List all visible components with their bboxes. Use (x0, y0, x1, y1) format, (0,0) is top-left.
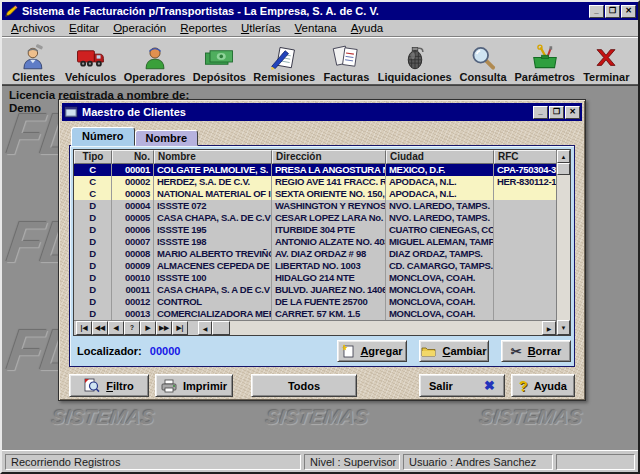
toolbar-parametros[interactable]: Parámetros (512, 43, 577, 83)
grid-cell-rfc: HER-830112-1 (494, 176, 556, 188)
grid-cell-rfc (494, 296, 556, 308)
menu-reportes[interactable]: Reportes (173, 21, 234, 35)
localizador-value[interactable]: 00000 (150, 345, 181, 357)
toolbar-remisiones[interactable]: Remisiones (251, 43, 317, 83)
grid-cell-rfc (494, 248, 556, 260)
toolbar-clientes[interactable]: Clientes (8, 43, 60, 83)
menu-editar[interactable]: Editar (62, 21, 106, 35)
filtro-button[interactable]: Filtro (69, 374, 149, 397)
grid-row[interactable]: D00008MARIO ALBERTO TREVIÑOAV. DIAZ ORDA… (74, 248, 556, 260)
grid-row[interactable]: C00002HERDEZ, S.A. DE C.V.REGIO AVE 141 … (74, 176, 556, 188)
minimize-icon[interactable]: _ (589, 5, 604, 18)
clients-icon (20, 43, 48, 71)
ayuda-label: Ayuda (534, 380, 567, 392)
hscroll-left-icon[interactable]: ◀ (198, 321, 212, 335)
col-tipo[interactable]: Tipo (74, 150, 112, 164)
grid-row[interactable]: D00009ALMACENES CEPEDA DE CLIBERTAD NO. … (74, 260, 556, 272)
menu-archivos[interactable]: Archivos (4, 21, 62, 35)
prior-page-icon[interactable]: ◀◀ (92, 321, 108, 335)
tab-nombre[interactable]: Nombre (135, 130, 199, 146)
localizador-row: Localizador: 00000 Agregar (73, 339, 571, 363)
borrar-button[interactable]: ✂ Borrar (501, 340, 571, 362)
toolbar-consulta[interactable]: Consulta (457, 43, 509, 83)
vscroll-down-icon[interactable]: ▼ (557, 320, 570, 335)
invoices-icon (331, 43, 361, 71)
money-icon (203, 43, 235, 71)
grid-cell-rfc (494, 212, 556, 224)
grid-row[interactable]: D00013COMERCIALIZADORA MERCARRET. 57 KM.… (74, 308, 556, 320)
dialog-close-icon[interactable]: ✕ (565, 106, 580, 119)
hscroll-thumb[interactable] (212, 321, 230, 335)
grid-row[interactable]: C00001COLGATE PALMOLIVE, S.PRESA LA ANGO… (74, 164, 556, 176)
grid-cell-ciudad: MONCLOVA, COAH. (386, 296, 494, 308)
next-record-icon[interactable]: ▶ (140, 321, 156, 335)
search-record-icon[interactable]: ? (124, 321, 140, 335)
question-icon: ? (519, 379, 528, 393)
grid-row[interactable]: D00012CONTROLDE LA FUENTE 25700MONCLOVA,… (74, 296, 556, 308)
vscroll-track[interactable] (557, 175, 570, 320)
borrar-label: Borrar (528, 345, 562, 357)
grid-cell-no: 00007 (112, 236, 154, 248)
toolbar-operadores[interactable]: Operadores (122, 43, 188, 83)
grid-row[interactable]: D00010ISSSTE 100HIDALGO 214 NTEMONCLOVA,… (74, 272, 556, 284)
dialog-maximize-icon[interactable]: ❒ (549, 106, 564, 119)
grid-cell-ciudad: MIGUEL ALEMAN, TAMPS. (386, 236, 494, 248)
hscroll-right-icon[interactable]: ▶ (542, 321, 556, 335)
menu-operacion[interactable]: Operación (106, 21, 173, 35)
tab-numero[interactable]: Número (71, 127, 135, 146)
last-record-icon[interactable]: ▶| (172, 321, 188, 335)
notepad-pen-icon (269, 43, 299, 71)
cambiar-button[interactable]: Cambiar (419, 340, 489, 362)
blue-x-icon: ✖ (484, 379, 495, 392)
vscroll-thumb[interactable] (557, 163, 570, 175)
agregar-button[interactable]: Agregar (337, 340, 407, 362)
prior-record-icon[interactable]: ◀ (108, 321, 124, 335)
toolbar-terminar[interactable]: Terminar (580, 43, 632, 83)
toolbar-vehiculos[interactable]: Vehículos (63, 43, 118, 83)
next-page-icon[interactable]: ▶▶ (156, 321, 172, 335)
grid-row[interactable]: C00003NATIONAL MATERIAL OF ISEXTA ORIENT… (74, 188, 556, 200)
vscroll-up-icon[interactable]: ▲ (557, 150, 570, 163)
grid-row[interactable]: D00006ISSSTE 195ITURBIDE 304 PTECUATRO C… (74, 224, 556, 236)
magnifier-icon (469, 43, 497, 71)
status-message: Recorriendo Registros (5, 454, 301, 470)
hscroll-track[interactable] (230, 321, 542, 335)
watermark-sistemas: SISTEMAS (50, 406, 155, 429)
todos-button[interactable]: Todos (251, 374, 357, 397)
grid-cell-tipo: D (74, 308, 112, 320)
grid-cell-dir: CESAR LOPEZ LARA No. 4 (272, 212, 386, 224)
col-direccion[interactable]: Dirección (272, 150, 386, 164)
grid-row[interactable]: D00007ISSSTE 198ANTONIO ALZATE NO. 403MI… (74, 236, 556, 248)
col-no[interactable]: No. (112, 150, 154, 164)
first-record-icon[interactable]: |◀ (76, 321, 92, 335)
dialog-titlebar[interactable]: Maestro de Clientes _ ❒ ✕ (62, 103, 582, 121)
dialog-bottom-buttons: Filtro Imprimir Todos (69, 374, 575, 397)
col-ciudad[interactable]: Ciudad (386, 150, 494, 164)
grid-cell-ciudad: CD. CAMARGO, TAMPS. (386, 260, 494, 272)
grid-row[interactable]: D00004ISSSTE 072WASHINGTON Y REYNOSANVO.… (74, 200, 556, 212)
grid-cell-dir: ITURBIDE 304 PTE (272, 224, 386, 236)
dialog-minimize-icon[interactable]: _ (533, 106, 548, 119)
grid-cell-dir: PRESA LA ANGOSTURA NO (272, 164, 386, 176)
menu-utilerias[interactable]: Utlerías (234, 21, 288, 35)
maximize-icon[interactable]: ❒ (605, 5, 620, 18)
imprimir-button[interactable]: Imprimir (155, 374, 233, 397)
grid-cell-nombre: ISSSTE 195 (154, 224, 272, 236)
scissors-icon: ✂ (511, 345, 522, 358)
grid-cell-ciudad: CUATRO CIENEGAS, COAH (386, 224, 494, 236)
close-icon[interactable]: ✕ (621, 5, 636, 18)
menu-ayuda[interactable]: Ayuda (344, 21, 390, 35)
grid-row[interactable]: D00011CASA CHAPA, S. A DE C.VBULVD. JUAR… (74, 284, 556, 296)
col-nombre[interactable]: Nombre (154, 150, 272, 164)
toolbar-facturas[interactable]: Facturas (320, 43, 372, 83)
toolbar-liquidaciones[interactable]: Liquidaciones (376, 43, 454, 83)
ayuda-button[interactable]: ? Ayuda (511, 374, 575, 397)
spacer (188, 321, 198, 335)
grid-cell-nombre: NATIONAL MATERIAL OF I (154, 188, 272, 200)
salir-button[interactable]: Salir ✖ (419, 374, 505, 397)
toolbar-depositos[interactable]: Depósitos (191, 43, 248, 83)
menu-ventana[interactable]: Ventana (288, 21, 344, 35)
grid-cell-tipo: C (74, 176, 112, 188)
grid-row[interactable]: D00005CASA CHAPA, S.A. DE C.VCESAR LOPEZ… (74, 212, 556, 224)
col-rfc[interactable]: RFC (494, 150, 556, 164)
